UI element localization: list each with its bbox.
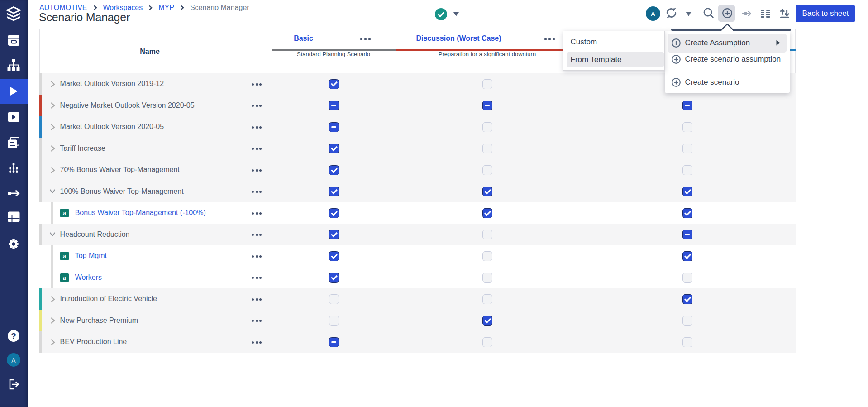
svg-text:A: A [651, 10, 655, 18]
svg-text:?: ? [11, 331, 16, 341]
svg-text:A: A [11, 357, 16, 364]
